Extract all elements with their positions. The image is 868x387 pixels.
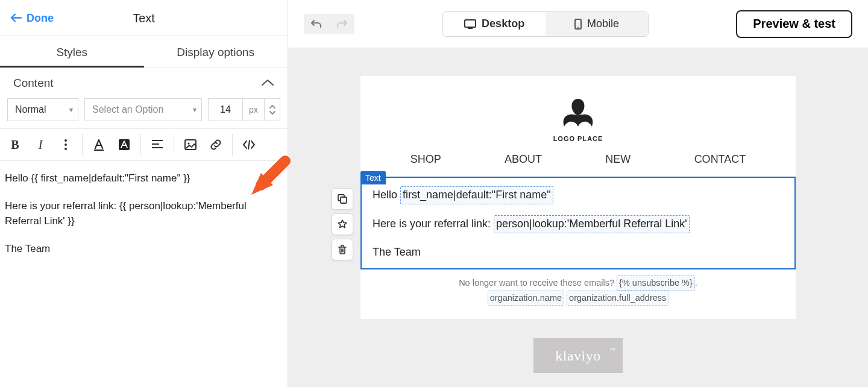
svg-point-15 [577, 27, 579, 28]
trademark-icon: ™ [609, 347, 615, 353]
org-name-token[interactable]: organization.name [488, 291, 564, 306]
more-formatting-button[interactable] [53, 128, 78, 161]
favorite-block-button[interactable] [332, 213, 353, 235]
device-switch: Desktop Mobile [371, 11, 719, 37]
svg-rect-12 [465, 20, 476, 27]
editor-body[interactable]: Hello {{ first_name|default:"First name"… [0, 161, 288, 278]
toolbar-separator [82, 134, 83, 156]
editor-line-2[interactable]: Here is your referral link: {{ person|lo… [5, 198, 283, 229]
sidebar-tabs: Styles Display options [0, 36, 288, 68]
section-content-label: Content [13, 77, 54, 90]
font-size-group: px [208, 98, 280, 121]
done-label: Done [27, 11, 54, 24]
link-button[interactable] [203, 128, 228, 161]
highlight-color-button[interactable] [112, 128, 137, 161]
align-button[interactable] [145, 128, 170, 161]
code-view-button[interactable] [236, 128, 262, 161]
brand-badge[interactable]: klaviyo™ [533, 338, 623, 373]
logo-caption: LOGO PLACE [553, 135, 603, 142]
device-mobile-label: Mobile [587, 17, 619, 30]
paragraph-format-select[interactable]: Normal ▾ [7, 98, 78, 121]
nav-link[interactable]: CONTACT [694, 153, 746, 166]
bold-button[interactable]: B [2, 128, 28, 161]
nav-link[interactable]: SHOP [410, 153, 441, 166]
email-footer[interactable]: No longer want to receive these emails? … [360, 275, 796, 306]
toolbar-separator [140, 134, 141, 156]
canvas-top-bar: Desktop Mobile Preview & test [288, 0, 868, 48]
font-style-select[interactable]: Select an Option ▾ [84, 98, 202, 121]
undo-redo-group [304, 14, 354, 34]
editor-line-3[interactable]: The Team [5, 241, 283, 257]
toolbar-separator [232, 134, 233, 156]
logo-icon [558, 98, 598, 133]
device-desktop-label: Desktop [482, 17, 524, 30]
footer-pre: No longer want to receive these emails? [459, 278, 617, 288]
format-row: Normal ▾ Select an Option ▾ px [0, 98, 288, 128]
delete-block-button[interactable] [332, 239, 353, 260]
arrow-left-icon [11, 14, 22, 22]
italic-button[interactable]: I [28, 128, 53, 161]
image-button[interactable] [178, 128, 203, 161]
tab-styles[interactable]: Styles [0, 36, 144, 68]
text-block-label: Text [360, 171, 386, 184]
email-line-3[interactable]: The Team [373, 244, 784, 261]
caret-down-icon: ▾ [193, 105, 197, 114]
tab-underline [0, 66, 144, 68]
block-float-tools [332, 188, 353, 260]
sidebar-title: Text [133, 11, 155, 25]
logo-block[interactable]: LOGO PLACE [360, 98, 796, 142]
email-wrap: LOGO PLACE SHOP ABOUT NEW CONTACT Text H… [360, 76, 796, 376]
svg-point-9 [187, 142, 189, 144]
text-toolbar: B I [0, 128, 288, 161]
editor-line-1[interactable]: Hello {{ first_name|default:"First name"… [5, 171, 283, 186]
email-line-2[interactable]: Here is your referral link: person|looku… [373, 215, 784, 233]
done-button[interactable]: Done [11, 11, 54, 24]
duplicate-block-button[interactable] [332, 188, 353, 210]
text-color-button[interactable] [86, 128, 112, 161]
font-size-input[interactable] [208, 98, 243, 121]
email-card: LOGO PLACE SHOP ABOUT NEW CONTACT Text H… [360, 76, 796, 319]
desktop-icon [464, 19, 477, 30]
edit-sidebar: Done Text Styles Display options Content… [0, 0, 288, 387]
mobile-icon [574, 18, 582, 30]
font-size-stepper[interactable] [265, 98, 280, 121]
merge-token[interactable]: first_name|default:"First name" [400, 186, 553, 204]
section-content-header[interactable]: Content [0, 68, 288, 98]
caret-down-icon: ▾ [69, 105, 73, 114]
brand-label: klaviyo [555, 348, 601, 364]
svg-point-1 [64, 143, 67, 146]
nav-link[interactable]: ABOUT [505, 153, 542, 166]
device-mobile-button[interactable]: Mobile [546, 12, 648, 36]
chevron-down-icon [261, 79, 274, 87]
font-size-unit: px [243, 98, 265, 121]
tab-display-options[interactable]: Display options [144, 36, 288, 68]
unsubscribe-token[interactable]: {% unsubscribe %} [617, 275, 695, 291]
canvas-area: Desktop Mobile Preview & test [288, 0, 868, 387]
paragraph-format-value: Normal [15, 104, 46, 115]
merge-token[interactable]: person|lookup:'Memberful Referral Link' [494, 215, 690, 233]
email-line-1[interactable]: Hello first_name|default:"First name" [373, 186, 784, 204]
svg-point-0 [64, 139, 67, 142]
svg-rect-17 [341, 197, 347, 203]
toolbar-separator [174, 134, 174, 156]
sidebar-header: Done Text [0, 0, 288, 36]
org-address-token[interactable]: organization.full_address [567, 291, 668, 306]
undo-button[interactable] [304, 14, 329, 34]
preview-test-button[interactable]: Preview & test [736, 10, 852, 38]
email-nav: SHOP ABOUT NEW CONTACT [360, 153, 796, 177]
workspace[interactable]: LOGO PLACE SHOP ABOUT NEW CONTACT Text H… [288, 48, 868, 387]
selected-text-block[interactable]: Hello first_name|default:"First name" He… [360, 177, 796, 269]
redo-button[interactable] [329, 14, 354, 34]
svg-rect-3 [94, 149, 104, 151]
nav-link[interactable]: NEW [605, 153, 631, 166]
svg-point-2 [64, 148, 67, 150]
font-style-placeholder: Select an Option [92, 104, 163, 115]
device-desktop-button[interactable]: Desktop [443, 12, 546, 36]
